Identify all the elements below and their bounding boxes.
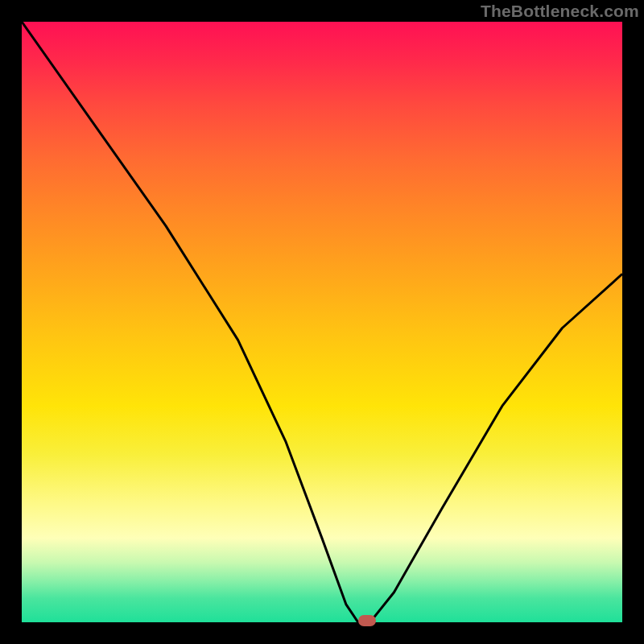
curve-path — [22, 22, 622, 622]
chart-frame: TheBottleneck.com — [0, 0, 644, 644]
bottleneck-curve — [22, 22, 622, 622]
optimal-marker-icon — [358, 615, 376, 626]
watermark-text: TheBottleneck.com — [481, 2, 639, 21]
